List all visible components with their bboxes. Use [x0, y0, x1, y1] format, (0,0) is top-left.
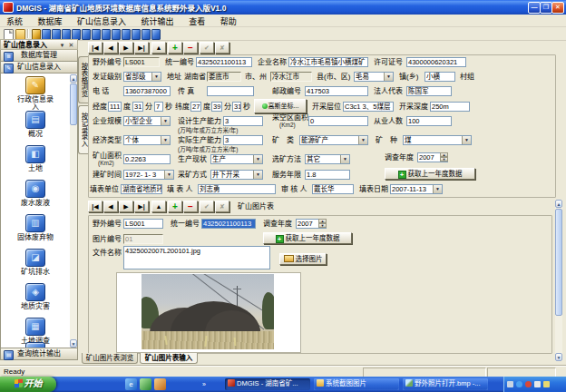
scale-combo[interactable]: 小型企业 ▼ — [123, 116, 171, 126]
pic-add-record-button[interactable]: + — [168, 201, 182, 212]
add-record-button[interactable]: + — [168, 42, 182, 54]
sidebar-item-geo-disaster[interactable]: ◈ 地质灾害 — [1, 283, 70, 310]
scrollbar-thumb[interactable] — [555, 209, 562, 316]
econ-type-combo[interactable]: 个体 ▼ — [123, 135, 171, 145]
mine-drainage-icon[interactable] — [82, 29, 91, 40]
minimize-button[interactable]: — — [528, 2, 541, 14]
move-up-button[interactable]: ▲ — [151, 42, 166, 54]
down-arrow-icon[interactable] — [112, 29, 121, 40]
quicklaunch-desktop-icon[interactable] — [140, 378, 151, 390]
pic-last-record-button[interactable]: ▶| — [134, 201, 149, 212]
sidebar-item-land-survey[interactable]: ▦ 土地调查 — [1, 318, 70, 345]
exit-arrow-icon[interactable] — [151, 29, 161, 40]
menu-help[interactable]: 帮助 — [214, 15, 243, 28]
phone-field[interactable]: 13607387000 — [123, 86, 171, 96]
auditor-field[interactable]: 戴长华 — [312, 184, 354, 194]
delete-record-button[interactable]: − — [183, 42, 198, 54]
scroll-down-arrow[interactable]: ▼ — [555, 353, 562, 361]
build-time-combo[interactable]: 1972- 1- 3 ▼ — [123, 170, 174, 180]
sidebar-item-land[interactable]: ◧ 土地 — [1, 145, 70, 172]
gauss-coords-button[interactable]: 高斯坐标... — [254, 99, 307, 113]
menu-system[interactable]: 系统 — [0, 15, 29, 28]
menu-database[interactable]: 数据库 — [32, 15, 69, 28]
lng-sec-field[interactable]: 7 — [154, 102, 163, 112]
mine-area-field[interactable]: 0.2263 — [123, 154, 171, 164]
actual-cap-field[interactable]: 3 — [223, 135, 263, 145]
field-no-field[interactable]: LS001 — [123, 57, 160, 67]
next-record-button[interactable]: ▶ — [119, 42, 133, 54]
postcode-field[interactable]: 417503 — [305, 86, 368, 96]
post-record-button[interactable]: ✔ — [200, 42, 214, 54]
restore-button[interactable]: ❐ — [540, 2, 552, 14]
pin-icon[interactable]: ▾ — [58, 41, 66, 49]
first-record-button[interactable]: |◀ — [88, 42, 102, 54]
window-titlebar[interactable]: DMGIS - 湖南省矿山地质环境数据库信息系统野外录入版V1.0 — [0, 0, 566, 15]
pic-prev-record-button[interactable]: ◀ — [103, 201, 118, 212]
company-field[interactable]: 冷水江市毛易镇小横煤矿 — [288, 57, 368, 67]
tray-battery-icon[interactable] — [543, 381, 550, 387]
dropdown-arrow-icon[interactable]: ▼ — [358, 136, 367, 144]
pic-move-up-button[interactable]: ▲ — [151, 201, 166, 212]
menu-mine-entry[interactable]: 矿山信息录入 — [71, 15, 132, 28]
land-survey-icon[interactable] — [102, 29, 111, 40]
filler-field[interactable]: 刘志勇 — [198, 184, 276, 194]
scroll-down-arrow[interactable]: ▼ — [70, 339, 77, 348]
spin-down-icon[interactable]: ▼ — [318, 223, 327, 228]
mineral-combo[interactable]: 煤 ▼ — [403, 135, 472, 145]
dropdown-arrow-icon[interactable]: ▼ — [161, 136, 170, 144]
taskbar-task-photo-bmp[interactable]: 野外照片打开.bmp -... — [403, 378, 488, 390]
sidebar-item-mine-drainage[interactable]: ◪ 矿坑排水 — [1, 249, 70, 276]
dropdown-arrow-icon[interactable]: ▼ — [340, 155, 349, 163]
tab-picture-browse[interactable]: 矿山图片表浏览 — [82, 353, 138, 364]
scrollbar-thumb[interactable] — [70, 83, 77, 125]
quicklaunch-ie-icon[interactable]: e — [125, 378, 137, 390]
fax-field[interactable] — [207, 86, 254, 96]
chart-icon[interactable] — [142, 29, 151, 40]
legal-rep-field[interactable]: 陈国军 — [406, 86, 452, 96]
start-button[interactable]: 开始 — [0, 377, 56, 392]
pic-first-record-button[interactable]: |◀ — [88, 201, 102, 212]
dropdown-arrow-icon[interactable]: ▼ — [384, 73, 393, 81]
sidebar-group-query-output[interactable]: ▤ 查询统计输出 — [0, 348, 78, 360]
taskbar-task-dmgis[interactable]: DMGIS - 湖南省矿... — [225, 378, 310, 390]
cancel-record-button[interactable]: ✘ — [215, 42, 229, 54]
pic-unified-no-field[interactable]: 4325021100113 — [201, 219, 256, 229]
service-life-field[interactable]: 1.8 — [305, 170, 350, 180]
lng-min-field[interactable]: 31 — [132, 102, 143, 112]
depth-field[interactable]: 250m — [430, 102, 470, 112]
scroll-up-arrow[interactable]: ▲ — [70, 74, 77, 83]
pic-field-no-field[interactable]: LS001 — [123, 219, 163, 229]
sidebar-group-mine-entry[interactable]: ✎ 矿山信息录入 — [0, 62, 78, 74]
menu-view[interactable]: 查看 — [182, 15, 211, 28]
dropdown-arrow-icon[interactable]: ▼ — [253, 155, 262, 163]
quicklaunch-app-icon[interactable] — [154, 378, 166, 390]
dropdown-arrow-icon[interactable]: ▼ — [151, 73, 161, 81]
dropdown-arrow-icon[interactable]: ▼ — [462, 136, 471, 144]
county-combo[interactable]: 毛易 ▼ — [354, 72, 394, 82]
lng-deg-field[interactable]: 111 — [108, 102, 122, 112]
pic-get-prev-year-button[interactable]: +获取上一年度数据 — [263, 232, 352, 244]
close-button[interactable]: ✕ — [551, 2, 564, 14]
scroll-up-arrow[interactable]: ▲ — [555, 200, 562, 208]
lat-sec-field[interactable]: 31 — [232, 102, 241, 112]
sidebar-item-solid-waste[interactable]: ▥ 固体废弃物 — [1, 214, 70, 241]
last-record-button[interactable]: ▶| — [134, 42, 149, 54]
report-icon[interactable] — [132, 29, 141, 40]
close-panel-icon[interactable]: ✕ — [67, 41, 75, 49]
mining-method-combo[interactable]: 井下开采 ▼ — [210, 170, 263, 180]
sidebar-item-admin-entry[interactable]: ✎ 行政信息录入 — [1, 76, 70, 111]
dropdown-arrow-icon[interactable]: ▼ — [164, 171, 173, 179]
pic-next-record-button[interactable]: ▶ — [119, 201, 133, 212]
dropdown-arrow-icon[interactable]: ▼ — [161, 117, 170, 125]
mine-class-combo[interactable]: 能源矿产 ▼ — [299, 135, 368, 145]
fill-unit-field[interactable]: 湖南省地质环境 — [121, 184, 162, 194]
fill-date-combo[interactable]: 2007-11-13 ▼ — [390, 184, 443, 194]
tab-picture-entry[interactable]: 矿山图片表输入 — [140, 353, 198, 364]
geo-disaster-icon[interactable] — [92, 29, 101, 40]
sidebar-item-overview[interactable]: ▤ 概况 — [1, 111, 70, 138]
choose-picture-button[interactable]: 选择图片 — [279, 253, 327, 265]
town-field[interactable]: 小横 — [424, 72, 455, 82]
quicklaunch-overflow-chevron[interactable]: » — [200, 378, 209, 390]
tray-monitor-icon[interactable] — [534, 381, 541, 387]
layer-field[interactable]: C3c1 3、5煤层 — [343, 102, 394, 112]
